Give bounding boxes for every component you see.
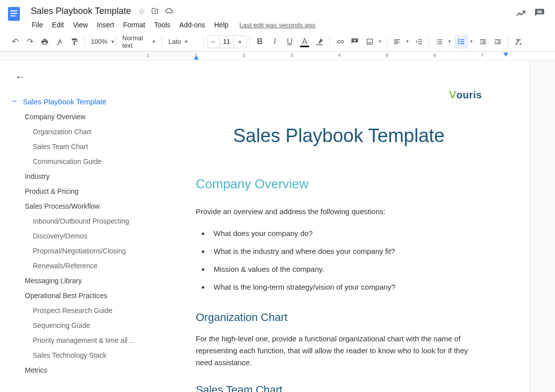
menu-insert[interactable]: Insert [93,19,118,31]
outline-item[interactable]: Prospect Research Guide [6,303,142,318]
font-size-input[interactable] [219,36,234,48]
document-canvas[interactable]: Vouris Sales Playbook Template Company O… [148,61,555,392]
menu-addons[interactable]: Add-ons [175,19,209,31]
outline-item[interactable]: Messaging Library [6,273,142,288]
underline-button[interactable]: U [283,35,297,49]
numbered-list-button[interactable] [432,35,446,49]
ruler[interactable]: 1 1 2 3 4 5 6 7 [0,52,555,61]
docs-icon[interactable] [4,4,24,24]
svg-rect-3 [10,15,15,16]
outline-item[interactable]: Company Overview [6,109,142,124]
menu-bar: File Edit View Insert Format Tools Add-o… [28,18,515,32]
font-select[interactable]: Lato▼ [165,35,200,49]
paragraph-style-select[interactable]: Normal text▼ [119,35,159,49]
font-size-increase[interactable]: + [234,37,246,46]
outline-item[interactable]: Renewals/Reference [6,258,142,273]
ruler-tick: 3 [290,53,293,58]
outline-item[interactable]: Priority management & time all… [6,333,142,348]
numbered-list-dropdown-icon[interactable]: ▼ [446,39,453,44]
outline-item[interactable]: Product & Pricing [6,184,142,199]
outline-item[interactable]: Communication Guide [6,154,142,169]
outline-sidebar: ← − Sales Playbook Template Company Over… [0,61,148,392]
outline-item-top[interactable]: − Sales Playbook Template [6,93,142,109]
outline-item[interactable]: Proposal/Negotiations/Closing [6,243,142,258]
document-title[interactable]: Sales Playbook Template [28,5,134,17]
outline-item[interactable]: Inbound/Outbound Prospecting [6,214,142,229]
ruler-tick: 1 [147,53,149,58]
heading-company-overview: Company Overview [196,176,482,192]
menu-file[interactable]: File [28,19,47,31]
cloud-icon[interactable] [165,6,174,16]
bullet-item: What is the long-term strategy/vision of… [210,278,482,296]
menu-edit[interactable]: Edit [48,19,68,31]
analytics-icon[interactable] [515,8,526,22]
ruler-tick: 6 [433,53,436,58]
outline-item[interactable]: Sales Process/Workflow [6,199,142,214]
decrease-indent-button[interactable] [476,35,490,49]
align-button[interactable] [390,35,404,49]
svg-point-6 [458,43,460,44]
ruler-tick: 4 [338,53,340,58]
print-button[interactable] [38,35,52,49]
header: Sales Playbook Template ☆ File Edit View… [0,0,555,32]
bullet-item: Mission & values of the company. [210,260,482,278]
insert-image-button[interactable] [363,35,377,49]
font-size-decrease[interactable]: − [207,37,219,46]
highlight-color-button[interactable] [313,35,326,49]
insert-comment-button[interactable] [348,35,362,49]
last-edit-link[interactable]: Last edit was seconds ago [239,21,316,29]
star-icon[interactable]: ☆ [138,6,145,16]
brand-logo: Vouris [449,88,482,101]
outline-item[interactable]: Sales Team Chart [6,139,142,154]
ruler-left-indent-icon[interactable] [194,56,199,60]
text-color-button[interactable]: A [298,35,312,49]
bold-button[interactable]: B [253,35,267,49]
svg-point-4 [458,39,460,40]
outline-item[interactable]: Industry [6,169,142,184]
comments-icon[interactable] [534,8,545,22]
ruler-tick: 5 [386,53,388,58]
menu-tools[interactable]: Tools [150,19,174,31]
bullet-list: What does your company do?What is the in… [210,225,482,296]
menu-view[interactable]: View [69,19,92,31]
italic-button[interactable]: I [268,35,282,49]
redo-button[interactable]: ↷ [23,35,37,49]
outline-item[interactable]: Sequencing Guide [6,318,142,333]
svg-point-5 [458,41,460,42]
bulleted-list-dropdown-icon[interactable]: ▼ [468,39,475,44]
outline-item[interactable]: Metrics [6,363,142,378]
menu-format[interactable]: Format [119,19,149,31]
align-dropdown-icon[interactable]: ▼ [404,39,411,44]
ruler-tick: 7 [481,53,483,58]
undo-button[interactable]: ↶ [8,35,22,49]
ruler-right-indent-icon[interactable] [503,53,508,57]
increase-indent-button[interactable] [491,35,505,49]
svg-rect-1 [10,10,17,11]
collapse-icon[interactable]: − [11,97,18,106]
zoom-select[interactable]: 100%▼ [88,35,113,49]
outline-item-label: Sales Playbook Template [23,97,106,106]
outline-item[interactable]: Organization Chart [6,124,142,139]
clear-formatting-button[interactable] [511,35,525,49]
svg-rect-2 [10,13,17,14]
toolbar: ↶ ↷ 100%▼ Normal text▼ Lato▼ − + B I U A… [0,32,555,52]
bullet-item: What does your company do? [210,225,482,242]
ruler-tick: 2 [242,53,245,58]
heading-sales-team: Sales Team Chart [196,384,482,392]
doc-title-heading: Sales Playbook Template [196,125,482,147]
bulleted-list-button[interactable] [454,35,468,49]
spellcheck-button[interactable] [53,35,67,49]
image-dropdown-icon[interactable]: ▼ [377,39,384,44]
outline-item[interactable]: Sales Technology Stack [6,348,142,363]
menu-help[interactable]: Help [210,19,233,31]
move-icon[interactable] [151,6,159,16]
insert-link-button[interactable] [333,35,347,49]
outline-item[interactable]: Discovery/Demos [6,229,142,243]
page: Vouris Sales Playbook Template Company O… [148,61,530,392]
line-spacing-button[interactable] [412,35,426,49]
paragraph: Provide an overview and address the foll… [196,206,482,218]
paragraph: For the high-level one, provide a functi… [196,333,482,369]
outline-item[interactable]: Operational Best Practices [6,288,142,303]
outline-back-icon[interactable]: ← [6,71,26,83]
paint-format-button[interactable] [68,35,81,49]
